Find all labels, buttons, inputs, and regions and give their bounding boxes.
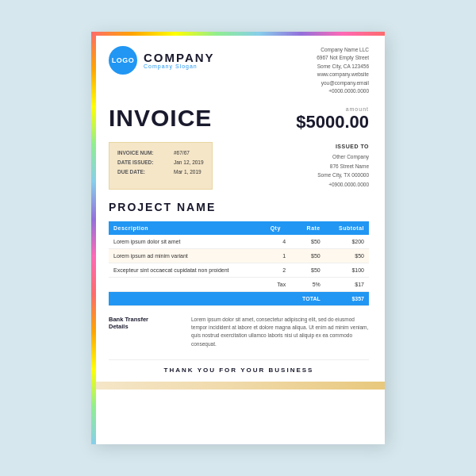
thank-you-text: THANK YOU FOR YOUR BUSINESS: [109, 367, 369, 374]
total-amount: $357: [325, 291, 369, 305]
cell-subtotal: $100: [325, 263, 369, 277]
table-row: Lorem ipsum dolor sit amet 4 $50 $200: [109, 235, 369, 249]
cell-description: Lorem ipsum dolor sit amet: [109, 235, 266, 249]
rainbow-top-strip: [91, 32, 385, 36]
payment-title: Bank Transfer Details: [109, 316, 180, 330]
bottom-section: Bank Transfer Details Lorem ipsum dolor …: [109, 316, 369, 349]
issued-to-address: 876 Street Name: [317, 162, 369, 171]
invoice-page: LOGO COMPANY Company Slogan Company Name…: [91, 32, 385, 444]
logo-icon: LOGO: [109, 46, 137, 75]
cell-qty: 4: [266, 235, 291, 249]
company-info-line4: www.company.website: [317, 71, 369, 79]
project-name: PROJECT NAME: [109, 201, 369, 213]
tax-row: Tax 5% $17: [109, 277, 369, 291]
payment-details: Bank Transfer Details: [109, 316, 180, 349]
due-date-label: DUE DATE:: [117, 167, 169, 177]
issued-to-city: Some City, TX 000000: [317, 171, 369, 180]
company-name: COMPANY: [144, 52, 215, 63]
tax-amount: $17: [325, 277, 369, 291]
col-rate: Rate: [290, 221, 325, 235]
table-row: Excepteur sint occaecat cupidatat non pr…: [109, 263, 369, 277]
invoice-table: Description Qty Rate Subtotal Lorem ipsu…: [109, 221, 369, 306]
invoice-title: INVOICE: [109, 106, 212, 130]
tax-label: Tax: [109, 277, 290, 291]
cell-subtotal: $200: [325, 235, 369, 249]
amount-value: $5000.00: [296, 112, 369, 132]
company-name-block: COMPANY Company Slogan: [144, 52, 215, 69]
invoice-num-label: INVOICE NUM:: [117, 148, 169, 158]
logo-area: LOGO COMPANY Company Slogan: [109, 46, 215, 75]
divider: [109, 359, 369, 360]
notes-text: Lorem ipsum dolor sit amet, consectetur …: [191, 316, 369, 349]
tax-percent: 5%: [290, 277, 325, 291]
issued-to-company: Other Company: [317, 152, 369, 162]
cell-rate: $50: [290, 248, 325, 263]
company-info-line1: Company Name LLC: [317, 46, 369, 54]
company-info-line5: you@company.email: [317, 79, 369, 87]
col-subtotal: Subtotal: [325, 221, 369, 235]
company-info-line3: Some City, CA 123456: [317, 63, 369, 71]
company-info-line2: 6967 Not Empty Street: [317, 54, 369, 62]
cell-rate: $50: [290, 263, 325, 277]
cell-rate: $50: [290, 235, 325, 249]
company-slogan: Company Slogan: [144, 63, 215, 69]
logo-text: LOGO: [112, 56, 135, 64]
total-label: TOTAL: [290, 291, 325, 305]
cell-description: Lorem ipsum ad minim variant: [109, 248, 266, 263]
bottom-bar: [96, 382, 385, 390]
amount-block: amount $5000.00: [296, 106, 369, 132]
col-description: Description: [109, 221, 266, 235]
rainbow-left-strip: [91, 32, 96, 444]
cell-qty: 2: [266, 263, 291, 277]
invoice-num: #67/67: [174, 148, 190, 158]
issued-to-label: ISSUED TO: [317, 142, 369, 152]
invoice-header: LOGO COMPANY Company Slogan Company Name…: [109, 46, 369, 95]
cell-subtotal: $50: [325, 248, 369, 263]
issued-to-block: ISSUED TO Other Company 876 Street Name …: [317, 142, 369, 189]
company-info-line6: +0000.0000.0000: [317, 87, 369, 95]
due-date: Mar 1, 2019: [174, 167, 202, 177]
issued-to-phone: +0900.0000.0000: [317, 180, 369, 190]
table-row: Lorem ipsum ad minim variant 1 $50 $50: [109, 248, 369, 263]
date-issued: Jan 12, 2019: [174, 158, 204, 167]
date-issued-label: DATE ISSUED:: [117, 158, 169, 167]
total-row: TOTAL $357: [109, 291, 369, 305]
invoice-title-row: INVOICE amount $5000.00: [109, 106, 369, 132]
company-contact-info: Company Name LLC 6967 Not Empty Street S…: [317, 46, 369, 95]
col-qty: Qty: [266, 221, 291, 235]
details-row: INVOICE NUM: #67/67 DATE ISSUED: Jan 12,…: [109, 142, 369, 189]
amount-label: amount: [296, 106, 369, 112]
invoice-details-box: INVOICE NUM: #67/67 DATE ISSUED: Jan 12,…: [109, 142, 213, 189]
cell-qty: 1: [266, 248, 291, 263]
cell-description: Excepteur sint occaecat cupidatat non pr…: [109, 263, 266, 277]
